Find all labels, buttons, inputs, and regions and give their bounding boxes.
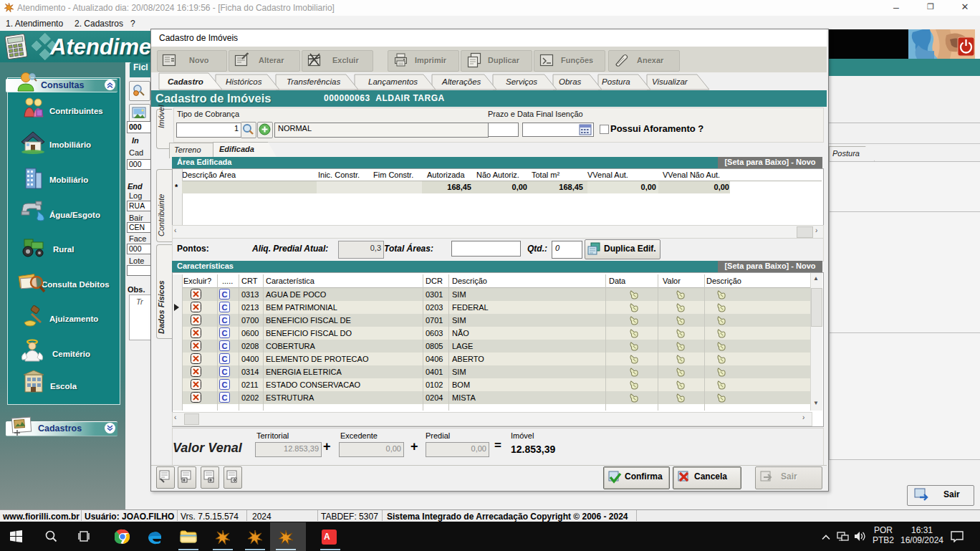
svg-text:Históricos: Históricos xyxy=(226,77,262,86)
svg-text:Serviços: Serviços xyxy=(506,77,537,86)
svg-text:Postura: Postura xyxy=(602,77,630,86)
svg-text:Visualizar: Visualizar xyxy=(652,77,688,86)
svg-text:Lançamentos: Lançamentos xyxy=(368,77,418,86)
svg-text:Cadastro: Cadastro xyxy=(168,77,203,86)
svg-text:Alterações: Alterações xyxy=(441,77,481,86)
svg-text:Obras: Obras xyxy=(559,77,582,86)
svg-text:Transferências: Transferências xyxy=(287,77,340,86)
